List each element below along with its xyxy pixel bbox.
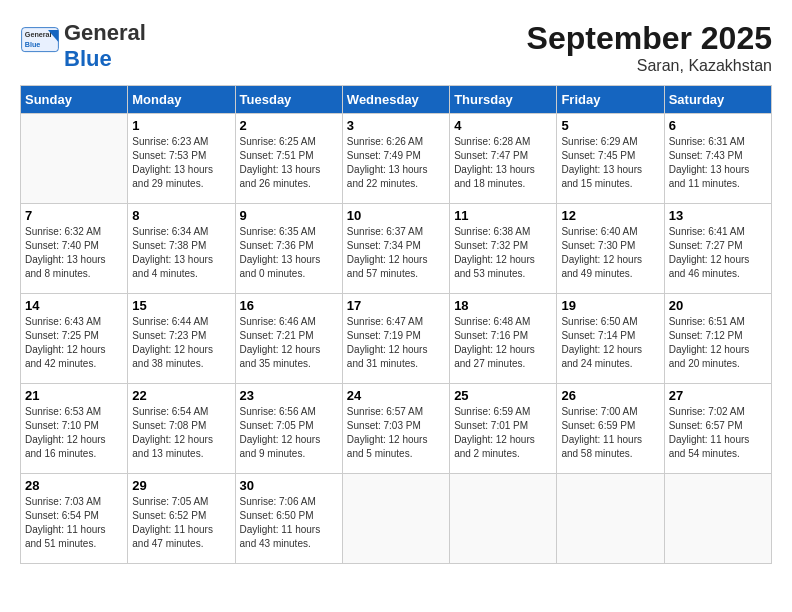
day-info: Sunrise: 6:47 AMSunset: 7:19 PMDaylight:… [347, 315, 445, 371]
day-number: 20 [669, 298, 767, 313]
day-number: 26 [561, 388, 659, 403]
title-section: September 2025 Saran, Kazakhstan [527, 20, 772, 75]
day-info: Sunrise: 6:56 AMSunset: 7:05 PMDaylight:… [240, 405, 338, 461]
calendar-cell: 17Sunrise: 6:47 AMSunset: 7:19 PMDayligh… [342, 294, 449, 384]
day-number: 6 [669, 118, 767, 133]
day-number: 19 [561, 298, 659, 313]
day-info: Sunrise: 6:59 AMSunset: 7:01 PMDaylight:… [454, 405, 552, 461]
day-info: Sunrise: 6:46 AMSunset: 7:21 PMDaylight:… [240, 315, 338, 371]
calendar-cell: 28Sunrise: 7:03 AMSunset: 6:54 PMDayligh… [21, 474, 128, 564]
weekday-header-friday: Friday [557, 86, 664, 114]
calendar-week-2: 7Sunrise: 6:32 AMSunset: 7:40 PMDaylight… [21, 204, 772, 294]
day-number: 22 [132, 388, 230, 403]
day-info: Sunrise: 6:48 AMSunset: 7:16 PMDaylight:… [454, 315, 552, 371]
calendar-cell: 2Sunrise: 6:25 AMSunset: 7:51 PMDaylight… [235, 114, 342, 204]
calendar-cell: 15Sunrise: 6:44 AMSunset: 7:23 PMDayligh… [128, 294, 235, 384]
weekday-header-thursday: Thursday [450, 86, 557, 114]
svg-text:General: General [25, 30, 52, 39]
day-number: 16 [240, 298, 338, 313]
calendar-table: SundayMondayTuesdayWednesdayThursdayFrid… [20, 85, 772, 564]
day-number: 8 [132, 208, 230, 223]
day-number: 4 [454, 118, 552, 133]
calendar-cell: 10Sunrise: 6:37 AMSunset: 7:34 PMDayligh… [342, 204, 449, 294]
calendar-cell [664, 474, 771, 564]
day-info: Sunrise: 6:43 AMSunset: 7:25 PMDaylight:… [25, 315, 123, 371]
day-info: Sunrise: 6:38 AMSunset: 7:32 PMDaylight:… [454, 225, 552, 281]
calendar-cell: 9Sunrise: 6:35 AMSunset: 7:36 PMDaylight… [235, 204, 342, 294]
day-number: 3 [347, 118, 445, 133]
day-number: 18 [454, 298, 552, 313]
weekday-header-monday: Monday [128, 86, 235, 114]
day-info: Sunrise: 7:06 AMSunset: 6:50 PMDaylight:… [240, 495, 338, 551]
day-number: 14 [25, 298, 123, 313]
day-info: Sunrise: 6:40 AMSunset: 7:30 PMDaylight:… [561, 225, 659, 281]
day-info: Sunrise: 6:32 AMSunset: 7:40 PMDaylight:… [25, 225, 123, 281]
day-number: 12 [561, 208, 659, 223]
calendar-cell: 26Sunrise: 7:00 AMSunset: 6:59 PMDayligh… [557, 384, 664, 474]
svg-text:Blue: Blue [25, 40, 41, 49]
day-info: Sunrise: 7:03 AMSunset: 6:54 PMDaylight:… [25, 495, 123, 551]
calendar-week-5: 28Sunrise: 7:03 AMSunset: 6:54 PMDayligh… [21, 474, 772, 564]
day-number: 5 [561, 118, 659, 133]
calendar-cell [342, 474, 449, 564]
day-number: 27 [669, 388, 767, 403]
day-info: Sunrise: 6:41 AMSunset: 7:27 PMDaylight:… [669, 225, 767, 281]
day-number: 30 [240, 478, 338, 493]
calendar-cell: 6Sunrise: 6:31 AMSunset: 7:43 PMDaylight… [664, 114, 771, 204]
day-info: Sunrise: 6:54 AMSunset: 7:08 PMDaylight:… [132, 405, 230, 461]
calendar-week-4: 21Sunrise: 6:53 AMSunset: 7:10 PMDayligh… [21, 384, 772, 474]
calendar-cell: 4Sunrise: 6:28 AMSunset: 7:47 PMDaylight… [450, 114, 557, 204]
calendar-cell: 19Sunrise: 6:50 AMSunset: 7:14 PMDayligh… [557, 294, 664, 384]
day-info: Sunrise: 6:28 AMSunset: 7:47 PMDaylight:… [454, 135, 552, 191]
day-info: Sunrise: 6:34 AMSunset: 7:38 PMDaylight:… [132, 225, 230, 281]
day-info: Sunrise: 7:00 AMSunset: 6:59 PMDaylight:… [561, 405, 659, 461]
day-number: 28 [25, 478, 123, 493]
day-number: 13 [669, 208, 767, 223]
calendar-cell: 8Sunrise: 6:34 AMSunset: 7:38 PMDaylight… [128, 204, 235, 294]
calendar-cell: 20Sunrise: 6:51 AMSunset: 7:12 PMDayligh… [664, 294, 771, 384]
day-number: 29 [132, 478, 230, 493]
calendar-cell: 7Sunrise: 6:32 AMSunset: 7:40 PMDaylight… [21, 204, 128, 294]
weekday-header-sunday: Sunday [21, 86, 128, 114]
logo: General Blue General Blue [20, 20, 146, 72]
day-number: 2 [240, 118, 338, 133]
day-info: Sunrise: 6:35 AMSunset: 7:36 PMDaylight:… [240, 225, 338, 281]
calendar-cell: 12Sunrise: 6:40 AMSunset: 7:30 PMDayligh… [557, 204, 664, 294]
calendar-week-3: 14Sunrise: 6:43 AMSunset: 7:25 PMDayligh… [21, 294, 772, 384]
day-number: 11 [454, 208, 552, 223]
day-info: Sunrise: 6:37 AMSunset: 7:34 PMDaylight:… [347, 225, 445, 281]
day-info: Sunrise: 6:57 AMSunset: 7:03 PMDaylight:… [347, 405, 445, 461]
calendar-cell: 16Sunrise: 6:46 AMSunset: 7:21 PMDayligh… [235, 294, 342, 384]
day-number: 1 [132, 118, 230, 133]
subtitle: Saran, Kazakhstan [527, 57, 772, 75]
calendar-cell [450, 474, 557, 564]
day-info: Sunrise: 6:29 AMSunset: 7:45 PMDaylight:… [561, 135, 659, 191]
calendar-cell: 30Sunrise: 7:06 AMSunset: 6:50 PMDayligh… [235, 474, 342, 564]
day-info: Sunrise: 6:53 AMSunset: 7:10 PMDaylight:… [25, 405, 123, 461]
calendar-week-1: 1Sunrise: 6:23 AMSunset: 7:53 PMDaylight… [21, 114, 772, 204]
day-info: Sunrise: 7:02 AMSunset: 6:57 PMDaylight:… [669, 405, 767, 461]
day-info: Sunrise: 6:25 AMSunset: 7:51 PMDaylight:… [240, 135, 338, 191]
calendar-cell: 3Sunrise: 6:26 AMSunset: 7:49 PMDaylight… [342, 114, 449, 204]
weekday-header-tuesday: Tuesday [235, 86, 342, 114]
day-number: 17 [347, 298, 445, 313]
day-number: 10 [347, 208, 445, 223]
day-info: Sunrise: 6:50 AMSunset: 7:14 PMDaylight:… [561, 315, 659, 371]
calendar-cell: 13Sunrise: 6:41 AMSunset: 7:27 PMDayligh… [664, 204, 771, 294]
calendar-cell: 22Sunrise: 6:54 AMSunset: 7:08 PMDayligh… [128, 384, 235, 474]
calendar-cell [21, 114, 128, 204]
page-header: General Blue General Blue September 2025… [20, 20, 772, 75]
day-info: Sunrise: 6:31 AMSunset: 7:43 PMDaylight:… [669, 135, 767, 191]
calendar-cell [557, 474, 664, 564]
day-number: 23 [240, 388, 338, 403]
calendar-cell: 5Sunrise: 6:29 AMSunset: 7:45 PMDaylight… [557, 114, 664, 204]
calendar-cell: 24Sunrise: 6:57 AMSunset: 7:03 PMDayligh… [342, 384, 449, 474]
day-number: 9 [240, 208, 338, 223]
calendar-cell: 29Sunrise: 7:05 AMSunset: 6:52 PMDayligh… [128, 474, 235, 564]
day-number: 15 [132, 298, 230, 313]
calendar-cell: 23Sunrise: 6:56 AMSunset: 7:05 PMDayligh… [235, 384, 342, 474]
day-info: Sunrise: 6:44 AMSunset: 7:23 PMDaylight:… [132, 315, 230, 371]
calendar-cell: 11Sunrise: 6:38 AMSunset: 7:32 PMDayligh… [450, 204, 557, 294]
day-number: 25 [454, 388, 552, 403]
day-number: 21 [25, 388, 123, 403]
